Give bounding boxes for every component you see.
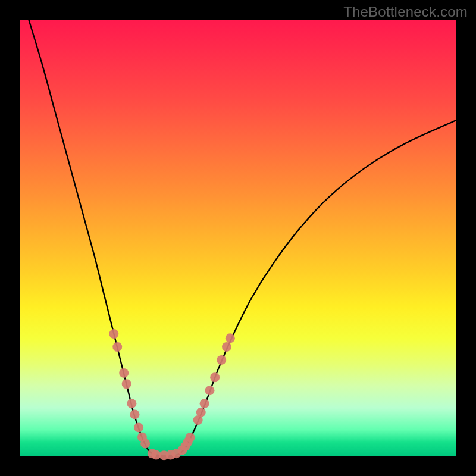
data-point-marker — [119, 368, 129, 378]
data-point-marker — [205, 386, 214, 395]
data-point-marker — [210, 372, 220, 382]
data-point-marker — [140, 439, 150, 449]
data-point-marker — [109, 329, 118, 339]
data-point-marker — [226, 333, 235, 343]
data-point-marker — [127, 399, 136, 408]
chart-frame: TheBottleneck.com — [0, 0, 476, 476]
bottleneck-curve — [29, 20, 456, 456]
data-point-marker — [185, 433, 195, 442]
watermark-text: TheBottleneck.com — [343, 4, 468, 20]
curve-layer — [29, 20, 456, 456]
data-point-marker — [196, 408, 206, 417]
marker-layer — [109, 329, 234, 460]
data-point-marker — [134, 422, 143, 432]
data-point-marker — [122, 379, 131, 389]
plot-area — [20, 20, 456, 456]
data-point-marker — [200, 399, 209, 408]
data-point-marker — [112, 342, 122, 352]
data-point-marker — [130, 409, 140, 419]
data-point-marker — [217, 355, 226, 365]
data-point-marker — [222, 342, 231, 352]
chart-svg — [20, 20, 456, 456]
